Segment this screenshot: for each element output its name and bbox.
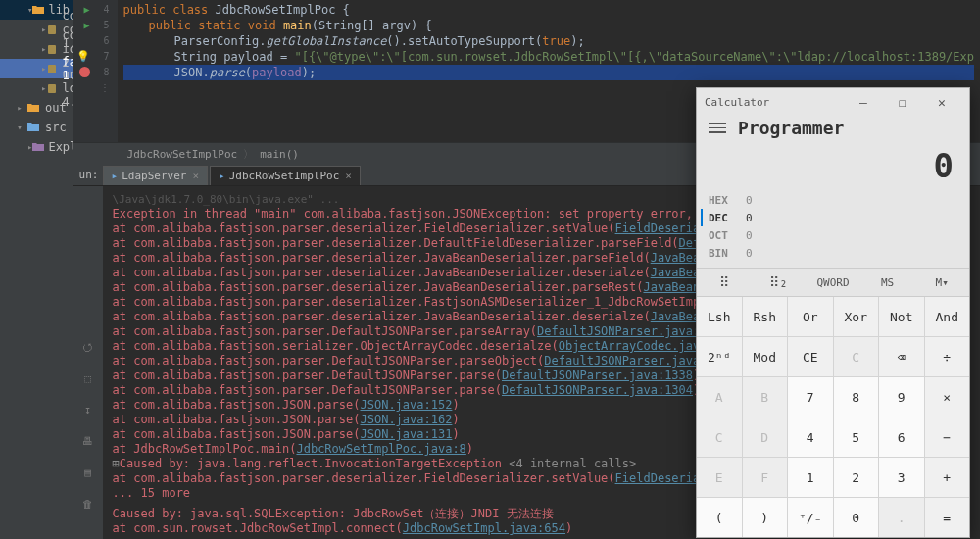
calc-display: 0 (697, 146, 969, 191)
svg-rect-0 (48, 25, 56, 34)
folder-b-icon (25, 121, 41, 134)
editor-gutter: 4▶ 5▶ 6 7💡 8 ⋮ (74, 0, 118, 142)
calc-key[interactable]: ÷ (925, 337, 970, 376)
calc-toolbar: ⠿⠿₂QWORDMSM▾ (697, 268, 969, 297)
close-button[interactable]: ✕ (922, 95, 961, 110)
layout-icon[interactable]: ▤ (79, 464, 97, 481)
calc-key[interactable]: 1 (788, 458, 833, 497)
calc-key[interactable]: Lsh (697, 297, 742, 336)
tree-label: src (45, 121, 67, 134)
tree-label: out (45, 101, 67, 115)
print-icon[interactable]: 🖶 (79, 432, 97, 450)
close-icon[interactable]: × (345, 170, 352, 182)
calc-key[interactable]: C (834, 337, 879, 376)
minimize-button[interactable]: — (844, 95, 883, 110)
calc-key[interactable]: 8 (834, 377, 879, 416)
calc-toolbar-btn[interactable]: QWORD (806, 269, 860, 296)
calc-key[interactable]: × (925, 377, 970, 416)
base-row[interactable]: HEX0 (709, 191, 957, 209)
calc-key[interactable]: A (697, 377, 742, 416)
calc-key[interactable]: Mod (743, 337, 788, 376)
calc-key[interactable]: 2ⁿᵈ (697, 337, 742, 376)
calc-keypad: LshRshOrXorNotAnd2ⁿᵈModCEC⌫÷AB789×CD456−… (697, 297, 969, 537)
calc-key[interactable]: F (743, 458, 788, 497)
calc-key[interactable]: B (743, 377, 788, 416)
run-label: un: (79, 169, 99, 185)
calc-key[interactable]: Rsh (743, 297, 788, 336)
src-icon (32, 140, 44, 154)
base-list: HEX0DEC0OCT0BIN0 (697, 191, 969, 268)
folder-o-icon (32, 3, 44, 17)
calc-key[interactable]: CE (788, 337, 833, 376)
calc-toolbar-btn[interactable]: ⠿ (697, 269, 752, 296)
calculator-titlebar[interactable]: Calculator — ☐ ✕ (697, 88, 969, 116)
tree-item[interactable]: ▸out (0, 98, 73, 118)
jar-icon (46, 23, 58, 36)
run-tab[interactable]: ▸JdbcRowSetImplPoc× (210, 166, 361, 185)
bulb-icon[interactable]: 💡 (76, 49, 90, 65)
calc-key[interactable]: 5 (834, 417, 879, 457)
calc-key[interactable]: ( (697, 498, 742, 537)
run-icon[interactable]: ▶ (84, 18, 90, 33)
calc-key[interactable]: 2 (834, 458, 879, 497)
calc-key[interactable]: 4 (788, 417, 833, 457)
calc-key[interactable]: 0 (834, 498, 879, 537)
breakpoint-icon[interactable] (79, 67, 90, 77)
calc-toolbar-btn[interactable]: M▾ (914, 269, 969, 296)
calc-key[interactable]: 9 (879, 377, 924, 416)
calc-key[interactable]: Xor (834, 297, 879, 336)
calc-key[interactable]: ⁺/₋ (788, 498, 833, 537)
calculator-window[interactable]: Calculator — ☐ ✕ Programmer 0 HEX0DEC0OC… (696, 87, 970, 538)
tree-arrow-icon[interactable]: ▾ (14, 122, 25, 132)
calc-key[interactable]: 3 (879, 458, 924, 497)
window-title: Calculator (705, 96, 844, 109)
calc-key[interactable]: = (925, 498, 970, 537)
calc-key[interactable]: + (925, 458, 970, 497)
jar-icon (46, 42, 58, 56)
rerun-icon[interactable]: ⭯ (79, 338, 97, 356)
down-icon[interactable]: ↧ (79, 401, 97, 418)
tree-item[interactable]: ▸Exploit (0, 137, 73, 157)
calc-toolbar-btn[interactable]: ⠿₂ (752, 269, 807, 296)
jar-icon (46, 81, 58, 95)
calc-toolbar-btn[interactable]: MS (860, 269, 915, 296)
run-tab[interactable]: ▸LdapServer× (103, 166, 208, 185)
calc-key[interactable]: Or (788, 297, 833, 336)
calc-key[interactable]: ⌫ (879, 337, 924, 376)
run-icon[interactable]: ▶ (84, 2, 90, 18)
calc-key[interactable]: E (697, 458, 742, 497)
stop-icon[interactable]: ⬚ (79, 369, 97, 387)
base-row[interactable]: BIN0 (709, 244, 957, 262)
menu-icon[interactable] (709, 122, 726, 133)
svg-rect-3 (48, 84, 56, 93)
tree-item[interactable]: ▸unboundid-ldapsdk-4.0.9.jar (0, 78, 73, 98)
calc-key[interactable]: 7 (788, 377, 833, 416)
chevron-right-icon: 〉 (243, 147, 254, 162)
maximize-button[interactable]: ☐ (883, 95, 922, 110)
base-row[interactable]: OCT0 (709, 226, 957, 244)
calc-key[interactable]: 6 (879, 417, 924, 457)
base-row[interactable]: DEC0 (701, 209, 957, 226)
calc-key[interactable]: . (879, 498, 924, 537)
breadcrumb-method[interactable]: main() (260, 148, 299, 161)
calc-key[interactable]: − (925, 417, 970, 457)
breadcrumb-class[interactable]: JdbcRowSetImplPoc (127, 148, 238, 161)
run-toolbar: ⭯ ⬚ ↧ 🖶 ▤ 🗑 (74, 186, 103, 539)
svg-rect-1 (48, 45, 56, 54)
jar-icon (46, 62, 58, 75)
calc-mode: Programmer (738, 118, 844, 138)
calc-key[interactable]: C (697, 417, 742, 457)
tree-item[interactable]: ▾src (0, 118, 73, 137)
calc-key[interactable]: Not (879, 297, 924, 336)
folder-o-icon (25, 101, 41, 115)
close-icon[interactable]: × (192, 170, 199, 182)
tree-label: Exploit (48, 140, 73, 154)
trash-icon[interactable]: 🗑 (79, 495, 97, 513)
project-tree[interactable]: ▾lib▸commons-codec-1.12.jar▸commons-io-2… (0, 0, 74, 539)
calc-key[interactable]: ) (743, 498, 788, 537)
tree-arrow-icon[interactable]: ▸ (14, 103, 25, 113)
calc-key[interactable]: D (743, 417, 788, 457)
calc-key[interactable]: And (925, 297, 970, 336)
svg-rect-2 (48, 65, 56, 74)
